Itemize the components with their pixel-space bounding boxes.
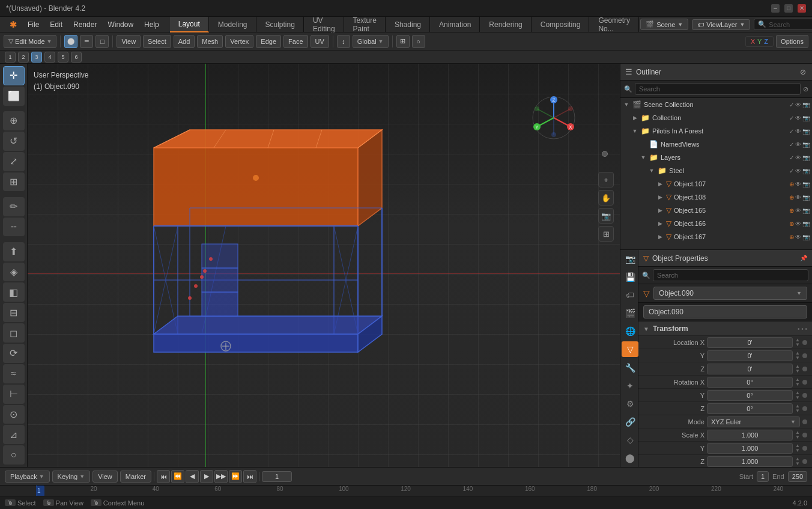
camera-btn[interactable]: 📷 xyxy=(598,208,614,224)
menu-window[interactable]: Window xyxy=(103,19,138,30)
view-menu[interactable]: View xyxy=(117,35,141,48)
o165-restrict2[interactable]: 👁 xyxy=(795,207,801,214)
tree-item-steel[interactable]: ▼ 📁 Steel ✓ 👁 📷 xyxy=(620,164,812,177)
props-tab-render[interactable]: 📷 xyxy=(622,251,638,267)
pan-btn[interactable]: ✋ xyxy=(598,190,614,206)
c-restrict1[interactable]: ✓ xyxy=(789,115,794,121)
scale-tool[interactable]: ⤢ xyxy=(3,152,25,171)
rotate-tool[interactable]: ↺ xyxy=(3,132,25,151)
p-restrict2[interactable]: 👁 xyxy=(795,128,801,135)
o108-restrict1[interactable]: ⊕ xyxy=(789,194,794,201)
props-pin-icon[interactable]: 📌 xyxy=(800,255,807,261)
props-tab-object[interactable]: ▽ xyxy=(622,341,638,357)
tab-animation[interactable]: Animation xyxy=(431,17,480,32)
close-btn[interactable]: ✕ xyxy=(798,4,806,13)
l-restrict2[interactable]: 👁 xyxy=(795,154,801,161)
steel-arrow[interactable]: ▼ xyxy=(648,168,655,174)
o107-restrict2[interactable]: 👁 xyxy=(795,181,801,187)
tree-item-obj108[interactable]: ▶ ▽ Object.108 ⊕ 👁 📷 xyxy=(620,190,812,204)
cursor-tool[interactable]: ✛ xyxy=(3,66,25,85)
select-box-tool[interactable]: ⬜ xyxy=(3,87,25,106)
l-restrict1[interactable]: ✓ xyxy=(789,154,794,161)
rotation-y-value[interactable]: 0° xyxy=(707,390,793,401)
rotation-x-value[interactable]: 0° xyxy=(707,377,793,388)
smooth-tool[interactable]: ≈ xyxy=(3,364,25,383)
frame-numbers-area[interactable]: 1 20 40 60 80 100 120 140 160 180 200 22… xyxy=(36,486,812,496)
options-btn[interactable]: Options xyxy=(776,35,808,48)
poly-build-tool[interactable]: ◻ xyxy=(3,323,25,343)
location-z-keyframe[interactable] xyxy=(802,367,807,371)
o166-restrict2[interactable]: 👁 xyxy=(795,221,801,227)
p-restrict3[interactable]: 📷 xyxy=(802,128,810,135)
menu-render[interactable]: Render xyxy=(68,19,102,30)
tree-item-obj107[interactable]: ▶ ▽ Object.107 ⊕ 👁 📷 xyxy=(620,177,812,190)
props-tab-particles[interactable]: ✦ xyxy=(622,378,638,394)
obj-data-selector[interactable]: Object.090 ▼ xyxy=(653,287,807,300)
rot-y-down[interactable]: ▼ xyxy=(795,395,800,400)
props-tab-output[interactable]: 💾 xyxy=(622,269,638,285)
nv-restrict3[interactable]: 📷 xyxy=(802,141,810,148)
annotate-tool[interactable]: ✏ xyxy=(3,197,25,216)
face-select-btn[interactable]: □ xyxy=(95,35,109,48)
rot-x-down[interactable]: ▼ xyxy=(795,382,800,387)
location-z-value[interactable]: 0' xyxy=(707,364,793,374)
num-row-icon-5[interactable]: 5 xyxy=(58,52,68,62)
outliner-search-input[interactable] xyxy=(635,83,801,95)
location-y-keyframe[interactable] xyxy=(802,353,807,358)
s-restrict3[interactable]: 📷 xyxy=(802,168,810,174)
o108-restrict2[interactable]: 👁 xyxy=(795,194,801,201)
props-tab-view-layer[interactable]: 🏷 xyxy=(622,287,638,303)
grid-btn[interactable]: ⊞ xyxy=(598,226,614,242)
vertex-select-btn[interactable]: ⬤ xyxy=(64,35,77,48)
location-y-value[interactable]: 0' xyxy=(707,350,793,361)
prev-keyframe-btn[interactable]: ◀ xyxy=(186,470,199,483)
nv-restrict2[interactable]: 👁 xyxy=(795,141,801,148)
sc-x-down[interactable]: ▼ xyxy=(795,435,800,440)
proportional-icon[interactable]: ○ xyxy=(412,35,425,48)
o167-restrict3[interactable]: 📷 xyxy=(802,234,810,240)
props-tab-physics[interactable]: ⚙ xyxy=(622,396,638,412)
timeline-view-btn[interactable]: View xyxy=(92,471,118,483)
measure-tool[interactable]: ╌ xyxy=(3,218,25,237)
snap-icon[interactable]: ⊞ xyxy=(396,35,410,48)
tree-item-scene-collection[interactable]: ▼ 🎬 Scene Collection ✓ 👁 📷 xyxy=(620,98,812,111)
o107-restrict1[interactable]: ⊕ xyxy=(789,181,794,187)
props-tab-data[interactable]: ◇ xyxy=(622,432,638,448)
props-tab-world[interactable]: 🌐 xyxy=(622,323,638,339)
rotation-z-value[interactable]: 0° xyxy=(707,403,793,414)
transform-space[interactable]: Global ▼ xyxy=(353,35,389,48)
edge-select-btn[interactable]: ━ xyxy=(80,35,93,48)
mode-keyframe[interactable] xyxy=(802,419,807,424)
scale-x-keyframe[interactable] xyxy=(802,433,807,437)
rot-z-down[interactable]: ▼ xyxy=(795,409,800,413)
scale-z-keyframe[interactable] xyxy=(802,459,807,464)
move-tool[interactable]: ⊕ xyxy=(3,111,25,130)
minimize-btn[interactable]: – xyxy=(771,4,780,13)
num-row-icon-6[interactable]: 6 xyxy=(71,52,82,62)
shrink-tool[interactable]: ⊙ xyxy=(3,405,25,424)
props-tab-constraints[interactable]: 🔗 xyxy=(622,414,638,430)
nv-restrict1[interactable]: ✓ xyxy=(789,141,794,148)
edge-slide-tool[interactable]: ⊢ xyxy=(3,385,25,404)
o165-restrict3[interactable]: 📷 xyxy=(802,207,810,214)
jump-end-btn[interactable]: ⏭ xyxy=(243,470,256,483)
loc-y-down[interactable]: ▼ xyxy=(795,356,800,361)
next-frame-btn[interactable]: ⏩ xyxy=(229,470,242,483)
obj165-arrow[interactable]: ▶ xyxy=(656,207,664,213)
sc-restrict3[interactable]: 📷 xyxy=(802,102,810,108)
props-tab-scene[interactable]: 🎬 xyxy=(622,305,638,321)
tree-item-obj165[interactable]: ▶ ▽ Object.165 ⊕ 👁 📷 xyxy=(620,204,812,217)
zoom-in-btn[interactable]: + xyxy=(598,172,614,187)
loc-z-down[interactable]: ▼ xyxy=(795,369,800,374)
tree-item-namedviews[interactable]: ▶ 📄 NamedViews ✓ 👁 📷 xyxy=(620,138,812,151)
tree-item-collection[interactable]: ▶ 📁 Collection ✓ 👁 📷 xyxy=(620,111,812,124)
tab-uv-editing[interactable]: UV Editing xyxy=(304,17,344,32)
sc-restrict1[interactable]: ✓ xyxy=(789,102,794,108)
tab-rendering[interactable]: Rendering xyxy=(480,17,531,32)
inset-tool[interactable]: ◈ xyxy=(3,263,25,282)
marker-btn[interactable]: Marker xyxy=(120,471,151,483)
edge-menu[interactable]: Edge xyxy=(256,35,281,48)
s-restrict2[interactable]: 👁 xyxy=(795,168,801,174)
c-restrict3[interactable]: 📷 xyxy=(802,115,810,121)
next-keyframe-btn[interactable]: ▶▶ xyxy=(214,470,228,483)
